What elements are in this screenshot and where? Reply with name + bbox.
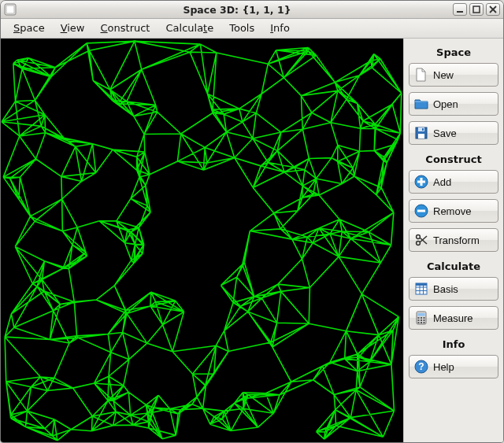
remove-button-label: Remove — [433, 205, 471, 217]
section-title-construct: Construct — [409, 150, 498, 170]
open-button-label: Open — [433, 98, 458, 110]
save-button-label: Save — [433, 127, 457, 139]
open-button[interactable]: Open — [409, 92, 498, 116]
svg-rect-35 — [424, 322, 425, 323]
svg-rect-1 — [6, 6, 14, 13]
svg-rect-34 — [421, 322, 422, 323]
app-window: Space 3D: {1, 1, 1} SpaceViewConstructCa… — [0, 0, 504, 443]
titlebar: Space 3D: {1, 1, 1} — [1, 1, 503, 19]
svg-rect-30 — [418, 319, 420, 321]
new-button[interactable]: New — [409, 63, 498, 87]
measure-button[interactable]: Measure — [409, 306, 498, 330]
window-title: Space 3D: {1, 1, 1} — [21, 4, 453, 16]
app-icon — [4, 3, 17, 16]
svg-text:?: ? — [418, 361, 424, 372]
remove-button[interactable]: Remove — [409, 199, 498, 223]
menu-view[interactable]: View — [53, 19, 93, 38]
menubar: SpaceViewConstructCalculateToolsInfo — [1, 19, 503, 39]
wireframe-mesh — [2, 41, 402, 440]
transform-button[interactable]: Transform — [409, 228, 498, 252]
section-title-calculate: Calculate — [409, 257, 498, 277]
transform-button-label: Transform — [433, 234, 480, 246]
section-title-info: Info — [409, 335, 498, 355]
svg-rect-3 — [473, 6, 480, 13]
help-button[interactable]: ?Help — [409, 355, 498, 378]
menu-construct[interactable]: Construct — [93, 19, 158, 38]
close-button[interactable] — [486, 3, 500, 16]
window-controls — [453, 3, 500, 16]
minimize-button[interactable] — [453, 3, 467, 16]
close-icon — [489, 6, 497, 13]
svg-rect-31 — [421, 319, 422, 321]
maximize-button[interactable] — [469, 3, 484, 16]
folder-icon — [414, 97, 428, 111]
grid-icon — [414, 282, 428, 296]
menu-space[interactable]: Space — [6, 19, 53, 38]
svg-rect-9 — [422, 128, 424, 131]
svg-rect-29 — [424, 317, 425, 319]
svg-rect-32 — [424, 319, 425, 321]
measure-button-label: Measure — [433, 312, 473, 324]
add-button-label: Add — [433, 176, 451, 188]
scissors-icon — [414, 233, 428, 247]
menu-tools[interactable]: Tools — [221, 19, 262, 38]
file-icon — [414, 68, 428, 82]
section-title-space: Space — [409, 43, 498, 63]
menu-info[interactable]: Info — [262, 19, 298, 38]
viewport-canvas[interactable] — [1, 39, 403, 442]
sidebar: SpaceNewOpenSaveConstructAddRemoveTransf… — [403, 39, 503, 442]
minus-icon — [414, 204, 428, 218]
save-button[interactable]: Save — [409, 121, 498, 145]
basis-button[interactable]: Basis — [409, 277, 498, 301]
new-button-label: New — [433, 69, 454, 81]
maximize-icon — [472, 6, 480, 13]
svg-rect-27 — [418, 317, 420, 319]
svg-rect-8 — [418, 134, 424, 138]
plus-icon — [414, 175, 428, 189]
main-area: SpaceNewOpenSaveConstructAddRemoveTransf… — [1, 39, 503, 442]
minimize-icon — [456, 6, 464, 13]
basis-button-label: Basis — [433, 283, 458, 295]
help-button-label: Help — [433, 361, 454, 373]
svg-rect-33 — [418, 322, 420, 323]
add-button[interactable]: Add — [409, 170, 498, 194]
svg-rect-28 — [421, 317, 422, 319]
help-icon: ? — [414, 360, 428, 374]
calculator-icon — [414, 311, 428, 325]
svg-rect-26 — [418, 313, 425, 316]
svg-rect-24 — [416, 283, 427, 286]
floppy-icon — [414, 126, 428, 140]
menu-calculate[interactable]: Calculate — [158, 19, 221, 38]
